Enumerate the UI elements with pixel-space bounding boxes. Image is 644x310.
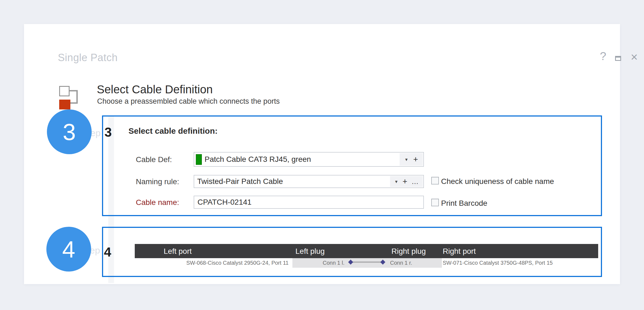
patch-icon-square-empty	[59, 86, 70, 96]
right-plug-cell: Conn 1 r.	[390, 260, 412, 266]
page-subtitle: Choose a preassembled cable which connec…	[97, 97, 280, 106]
naming-rule-combobox[interactable]: Twisted-Pair Patch Cable ▼ + …	[194, 175, 424, 188]
ports-table-header: Left port Left plug Right plug Right por…	[135, 244, 598, 258]
check-uniqueness-label: Check uniqueness of cable name	[441, 177, 554, 186]
step-4-badge: 4	[46, 227, 91, 272]
help-icon[interactable]: ?	[597, 50, 609, 64]
chevron-down-icon[interactable]: ▼	[405, 157, 409, 162]
close-icon[interactable]: ×	[628, 50, 640, 64]
single-patch-screen: Single Patch ? × Select Cable Definition…	[0, 0, 644, 310]
step-3-badge: 3	[47, 109, 92, 154]
add-cable-def-button[interactable]: +	[413, 155, 418, 163]
add-naming-rule-button[interactable]: +	[403, 177, 408, 186]
naming-rule-buttons: ▼ + …	[390, 176, 423, 187]
cable-def-buttons: ▼ +	[400, 153, 423, 166]
cable-color-swatch	[196, 154, 202, 165]
cable-name-input[interactable]	[194, 196, 424, 209]
chevron-down-icon[interactable]: ▼	[394, 179, 398, 184]
patch-icon-square-filled	[59, 100, 70, 109]
patch-icon-connector	[70, 102, 78, 104]
check-uniqueness-checkbox[interactable]	[431, 177, 439, 184]
left-plug-cell: Conn 1 l.	[311, 260, 345, 266]
cable-def-label: Cable Def:	[136, 155, 172, 164]
column-header-right-plug: Right plug	[391, 247, 426, 256]
section-heading: Select cable definition:	[128, 126, 218, 136]
column-header-left-port: Left port	[164, 247, 192, 256]
naming-rule-value: Twisted-Pair Patch Cable	[197, 177, 283, 186]
patch-icon-connector	[76, 90, 78, 104]
page-title: Select Cable Definition	[97, 83, 213, 96]
column-header-right-port: Right port	[443, 247, 476, 256]
cable-name-label: Cable name:	[136, 198, 179, 207]
more-options-button[interactable]: …	[412, 180, 419, 183]
print-barcode-label: Print Barcode	[441, 199, 487, 208]
cable-def-value: Patch Cable CAT3 RJ45, green	[205, 155, 311, 164]
step-4-number: 4	[104, 245, 111, 260]
column-header-left-plug: Left plug	[295, 247, 325, 256]
window-title: Single Patch	[58, 52, 118, 64]
print-barcode-checkbox[interactable]	[431, 199, 439, 206]
step-3-number: 3	[104, 125, 112, 140]
cable-def-combobox[interactable]: Patch Cable CAT3 RJ45, green ▼ +	[194, 152, 424, 167]
maximize-icon[interactable]	[615, 56, 621, 61]
right-port-cell: SW-071-Cisco Catalyst 3750G-48PS, Port 1…	[443, 260, 553, 266]
left-port-cell: SW-068-Cisco Catalyst 2950G-24, Port 11	[186, 260, 289, 266]
cable-connector-line	[351, 261, 383, 263]
naming-rule-label: Naming rule:	[136, 177, 179, 186]
